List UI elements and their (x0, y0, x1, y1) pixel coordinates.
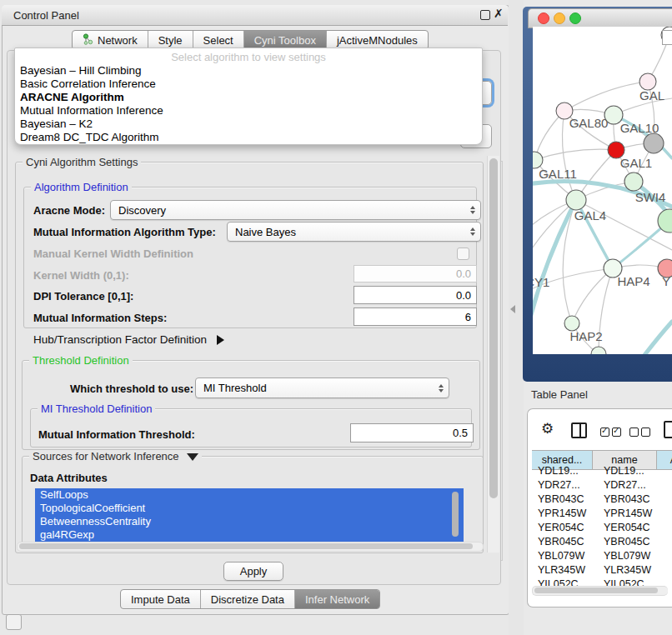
table-cell: 9. (667, 563, 672, 578)
mi-threshold-label: Mutual Information Threshold: (38, 428, 195, 441)
expand-right-icon[interactable] (217, 335, 224, 345)
tab-network[interactable]: Network (73, 31, 148, 49)
select-all-checkboxes-icon[interactable] (600, 425, 624, 440)
mi-threshold-field[interactable]: 0.5 (350, 423, 474, 442)
table-horizontal-scrollbar[interactable] (532, 586, 668, 596)
mi-steps-value: 6 (465, 311, 471, 323)
table-row[interactable]: YBR043CYBR043C (532, 492, 672, 507)
table-toolbar: ⚙ (534, 419, 672, 444)
settings-vertical-scrollbar[interactable] (487, 156, 499, 552)
node-label: GAL10 (620, 121, 659, 135)
deselect-all-checkboxes-icon[interactable] (629, 425, 653, 440)
bottom-tab-discretize-data[interactable]: Discretize Data (201, 590, 295, 608)
table-row[interactable]: YPR145WYPR145W9. (532, 507, 672, 521)
node-table: shared...nameA YDL19...YDL19...13YDR27..… (532, 450, 672, 592)
tab-label: Network (98, 34, 138, 47)
apply-button[interactable]: Apply (223, 562, 283, 581)
table-row[interactable]: YER054CYER054C8. (532, 521, 672, 535)
minimize-traffic-light[interactable] (554, 12, 565, 24)
control-panel-title: Control Panel (13, 9, 79, 22)
table-row[interactable]: YLR345WYLR345W9. (532, 563, 672, 578)
table-cell: YBL079W (598, 549, 667, 563)
mi-threshold-definition-title: MI Threshold Definition (38, 402, 155, 415)
network-node[interactable] (591, 347, 606, 354)
table-cell: YBR045C (598, 535, 667, 549)
attribute-item[interactable]: BetweennessCentrality (35, 515, 464, 528)
float-window-icon[interactable] (480, 10, 490, 20)
list-horizontal-scrollbar[interactable] (17, 542, 484, 552)
network-edge (572, 268, 613, 323)
tab-label: jActiveMNodules (337, 34, 418, 47)
tab-jactivemnodules[interactable]: jActiveMNodules (327, 31, 428, 49)
network-node-gal[interactable] (639, 73, 656, 90)
network-node-gal11[interactable] (533, 152, 543, 168)
tab-select[interactable]: Select (193, 31, 244, 49)
tab-style[interactable]: Style (148, 31, 193, 49)
network-canvas[interactable]: GALGAL80GAL10GAL1GAL11SWI4GAL4GCY1HAP4YH… (533, 27, 672, 354)
table-cell: YER054C (532, 521, 598, 535)
attribute-item[interactable]: SelfLoops (35, 488, 464, 502)
hscroll-thumb[interactable] (19, 543, 473, 549)
network-node-gal4[interactable] (566, 190, 586, 210)
zoom-traffic-light[interactable] (569, 12, 581, 24)
hub-section-header[interactable]: Hub/Transcription Factor Definition (33, 333, 224, 346)
aracne-mode-value: Discovery (118, 204, 166, 217)
bottom-tab-impute-data[interactable]: Impute Data (121, 590, 201, 608)
table-row[interactable]: YDR27...YDR27...12 (532, 478, 672, 492)
manual-kernel-width-label: Manual Kernel Width Definition (33, 248, 193, 260)
algorithm-option[interactable]: Basic Correlation Inference (20, 78, 482, 91)
collapse-down-icon[interactable] (187, 453, 198, 461)
node-label: GCY1 (533, 275, 549, 289)
algorithm-option[interactable]: Bayesian – K2 (20, 118, 482, 131)
algorithm-option[interactable]: Dream8 DC_TDC Algorithm (20, 131, 482, 144)
table-row[interactable]: YDL19...YDL19...13 (532, 464, 672, 478)
table-hscroll-thumb[interactable] (534, 588, 658, 593)
table-cell: YDL19... (598, 464, 667, 478)
list-scrollbar-thumb[interactable] (452, 492, 459, 537)
algorithm-option[interactable]: Bayesian – Hill Climbing (20, 64, 482, 78)
node-label: HAP2 (569, 329, 602, 343)
table-row[interactable]: YBL079WYBL079W (532, 549, 672, 563)
cyni-algorithm-settings-title: Cyni Algorithm Settings (23, 156, 141, 168)
manual-kernel-width-checkbox[interactable] (457, 248, 469, 260)
table-cell: YDL19... (532, 464, 598, 478)
close-icon[interactable]: ✗ (494, 7, 504, 20)
attribute-item[interactable]: gal4RGexp (35, 528, 464, 542)
kernel-width-field[interactable]: 0.0 (354, 265, 477, 282)
bottom-tabbar: Impute DataDiscretize DataInfer Network (120, 589, 380, 609)
table-cell: YDR27... (532, 478, 598, 492)
minimized-panel-button[interactable] (6, 614, 22, 630)
network-node[interactable] (644, 133, 664, 153)
table-cell: YPR145W (532, 507, 598, 521)
mi-steps-field[interactable]: 6 (354, 308, 477, 326)
gear-icon[interactable]: ⚙ (541, 422, 554, 436)
table-row[interactable]: YBR045CYBR045C9. (532, 535, 672, 549)
node-label: HAP4 (617, 274, 649, 288)
tab-label: Infer Network (305, 593, 369, 606)
table-cell: 13 (667, 464, 672, 478)
new-table-icon[interactable] (664, 421, 672, 438)
data-attributes-list[interactable]: SelfLoopsTopologicalCoefficientBetweenne… (35, 488, 464, 542)
table-cell: YLR345W (598, 563, 667, 578)
hub-section-label: Hub/Transcription Factor Definition (33, 333, 207, 346)
columns-icon[interactable] (571, 422, 587, 438)
popup-placeholder: Select algorithm to view settings (15, 48, 482, 64)
divider-collapse-handle[interactable] (510, 305, 515, 313)
combo-arrows-icon (470, 228, 475, 236)
mi-algorithm-type-combo[interactable]: Naive Bayes (227, 222, 481, 242)
algorithm-option[interactable]: Mutual Information Inference (20, 104, 482, 118)
table-cell: 9. (667, 535, 672, 549)
algorithm-list: Bayesian – Hill ClimbingBasic Correlatio… (15, 64, 482, 144)
scrollbar-thumb[interactable] (489, 158, 498, 498)
which-threshold-combo[interactable]: MI Threshold (195, 378, 449, 398)
aracne-mode-combo[interactable]: Discovery (110, 200, 481, 220)
algorithm-option[interactable]: ARACNE Algorithm (20, 91, 482, 104)
tab-cyni-toolbox[interactable]: Cyni Toolbox (244, 31, 327, 49)
table-header-row: shared...nameA (532, 450, 672, 464)
attribute-item[interactable]: TopologicalCoefficient (35, 502, 464, 515)
network-node-swi4[interactable] (624, 172, 643, 191)
dpi-tolerance-field[interactable]: 0.0 (354, 286, 477, 304)
bottom-tab-infer-network[interactable]: Infer Network (295, 590, 379, 608)
close-traffic-light[interactable] (538, 12, 549, 24)
algorithm-definition-title: Algorithm Definition (31, 181, 132, 193)
